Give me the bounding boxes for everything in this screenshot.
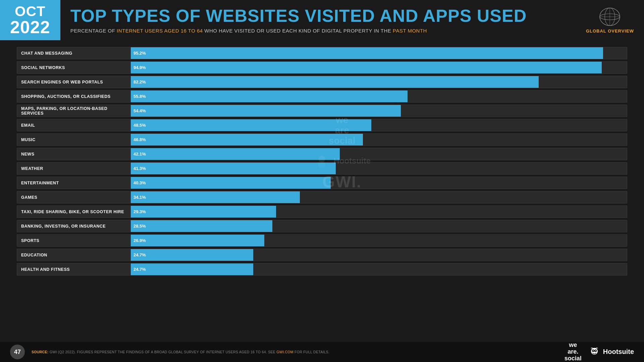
bar-fill: 24.7%: [131, 263, 253, 275]
bar-label: SPORTS: [17, 234, 131, 247]
bar-label: GAMES: [17, 191, 131, 203]
bar-value: 42.1%: [133, 152, 146, 157]
bar-fill: 94.9%: [131, 62, 602, 73]
svg-point-12: [595, 350, 596, 351]
svg-point-11: [593, 350, 594, 351]
bar-row: EMAIL48.5%: [17, 119, 627, 131]
footer: 47 SOURCE: GWI (Q2 2022). FIGURES REPRES…: [0, 342, 644, 362]
header-content: TOP TYPES OF WEBSITES VISITED AND APPS U…: [60, 0, 576, 40]
bar-container: 41.3%: [131, 162, 627, 175]
bar-fill: 26.9%: [131, 235, 264, 246]
bar-row: GAMES34.1%: [17, 191, 627, 203]
bar-row: MAPS, PARKING, OR LOCATION-BASED SERVICE…: [17, 105, 627, 117]
bar-label: SEARCH ENGINES OR WEB PORTALS: [17, 76, 131, 88]
bar-label: TAXI, RIDE SHARING, BIKE, OR SCOOTER HIR…: [17, 205, 131, 218]
bar-fill: 48.5%: [131, 119, 371, 131]
bar-fill: 41.3%: [131, 163, 336, 174]
footer-logos: weare.social Hootsuite: [565, 342, 634, 362]
bar-value: 24.7%: [133, 252, 146, 257]
bar-container: 26.9%: [131, 234, 627, 247]
subtitle-middle: WHO HAVE VISITED OR USED EACH KIND OF DI…: [203, 28, 393, 34]
bar-container: 54.4%: [131, 105, 627, 117]
bar-row: WEATHER41.3%: [17, 162, 627, 175]
bar-container: 55.8%: [131, 90, 627, 103]
bar-fill: 24.7%: [131, 249, 253, 261]
bar-value: 82.2%: [133, 79, 146, 84]
bar-label: MUSIC: [17, 133, 131, 146]
header: OCT 2022 TOP TYPES OF WEBSITES VISITED A…: [0, 0, 644, 40]
bar-fill: 42.1%: [131, 148, 340, 160]
bar-container: 28.5%: [131, 220, 627, 232]
year-label: 2022: [10, 18, 50, 36]
bar-value: 54.4%: [133, 108, 146, 113]
bar-value: 26.9%: [133, 238, 146, 243]
global-overview-label: GLOBAL OVERVIEW: [586, 28, 634, 34]
bar-container: 24.7%: [131, 249, 627, 261]
source-text: GWI (Q2 2022). FIGURES REPRESENT THE FIN…: [50, 350, 277, 354]
bar-row: BANKING, INVESTING, OR INSURANCE28.5%: [17, 220, 627, 232]
bar-value: 40.3%: [133, 180, 146, 185]
bar-container: 48.5%: [131, 119, 627, 131]
bar-value: 48.5%: [133, 123, 146, 128]
bar-label: EMAIL: [17, 119, 131, 131]
bar-container: 95.2%: [131, 47, 627, 59]
bar-row: SHOPPING, AUCTIONS, OR CLASSIFIEDS55.8%: [17, 90, 627, 103]
bar-label: SHOPPING, AUCTIONS, OR CLASSIFIEDS: [17, 90, 131, 103]
globe-icon: [596, 7, 623, 27]
subtitle: PERCENTAGE OF INTERNET USERS AGED 16 TO …: [70, 28, 566, 34]
subtitle-highlight1: INTERNET USERS AGED 16 TO 64: [117, 28, 203, 34]
source-label: SOURCE:: [32, 350, 49, 354]
bar-value: 29.3%: [133, 209, 146, 214]
bar-value: 41.3%: [133, 166, 146, 171]
hootsuite-owl-icon: [588, 346, 600, 358]
bar-fill: 55.8%: [131, 90, 408, 102]
bar-label: ENTERTAINMENT: [17, 177, 131, 189]
bar-label: SOCIAL NETWORKS: [17, 61, 131, 74]
subtitle-highlight2: PAST MONTH: [393, 28, 427, 34]
we-are-social-logo: weare.social: [565, 342, 582, 362]
date-block: OCT 2022: [0, 0, 60, 40]
footer-source: SOURCE: GWI (Q2 2022). FIGURES REPRESENT…: [32, 350, 565, 354]
bar-container: 46.8%: [131, 133, 627, 146]
hootsuite-logo: Hootsuite: [588, 346, 634, 358]
bar-label: CHAT AND MESSAGING: [17, 47, 131, 59]
bar-value: 46.8%: [133, 137, 146, 142]
bar-value: 55.8%: [133, 94, 146, 99]
bar-label: BANKING, INVESTING, OR INSURANCE: [17, 220, 131, 232]
bar-value: 34.1%: [133, 195, 146, 200]
bar-container: 94.9%: [131, 61, 627, 74]
bar-label: WEATHER: [17, 162, 131, 175]
hootsuite-text: Hootsuite: [603, 348, 634, 356]
bar-fill: 54.4%: [131, 105, 401, 117]
source-end: FOR FULL DETAILS.: [294, 350, 329, 354]
bar-row: SEARCH ENGINES OR WEB PORTALS82.2%: [17, 76, 627, 88]
globe-area: GLOBAL OVERVIEW: [576, 0, 644, 40]
bar-row: EDUCATION24.7%: [17, 249, 627, 261]
bar-fill: 28.5%: [131, 220, 272, 232]
bar-fill: 82.2%: [131, 76, 539, 88]
chart-area: wearesocial Hootsuite GWI. CHAT AND MESS…: [0, 40, 644, 281]
month-label: OCT: [15, 4, 46, 18]
bar-fill: 40.3%: [131, 177, 331, 189]
bar-container: 24.7%: [131, 263, 627, 276]
bar-fill: 29.3%: [131, 206, 276, 218]
bar-row: NEWS42.1%: [17, 148, 627, 160]
bar-label: NEWS: [17, 148, 131, 160]
bar-value: 95.2%: [133, 51, 146, 56]
bar-row: ENTERTAINMENT40.3%: [17, 177, 627, 189]
bar-label: EDUCATION: [17, 249, 131, 261]
bar-container: 40.3%: [131, 177, 627, 189]
bar-value: 94.9%: [133, 65, 146, 70]
bar-fill: 34.1%: [131, 191, 300, 203]
bar-container: 29.3%: [131, 205, 627, 218]
bar-row: HEALTH AND FITNESS24.7%: [17, 263, 627, 276]
bar-container: 82.2%: [131, 76, 627, 88]
bar-fill: 95.2%: [131, 47, 603, 59]
bar-row: SOCIAL NETWORKS94.9%: [17, 61, 627, 74]
bar-container: 34.1%: [131, 191, 627, 203]
bar-value: 28.5%: [133, 224, 146, 229]
svg-point-8: [591, 348, 598, 355]
gwi-link: GWI.COM: [276, 350, 293, 354]
bar-label: HEALTH AND FITNESS: [17, 263, 131, 276]
page-title: TOP TYPES OF WEBSITES VISITED AND APPS U…: [70, 7, 566, 24]
